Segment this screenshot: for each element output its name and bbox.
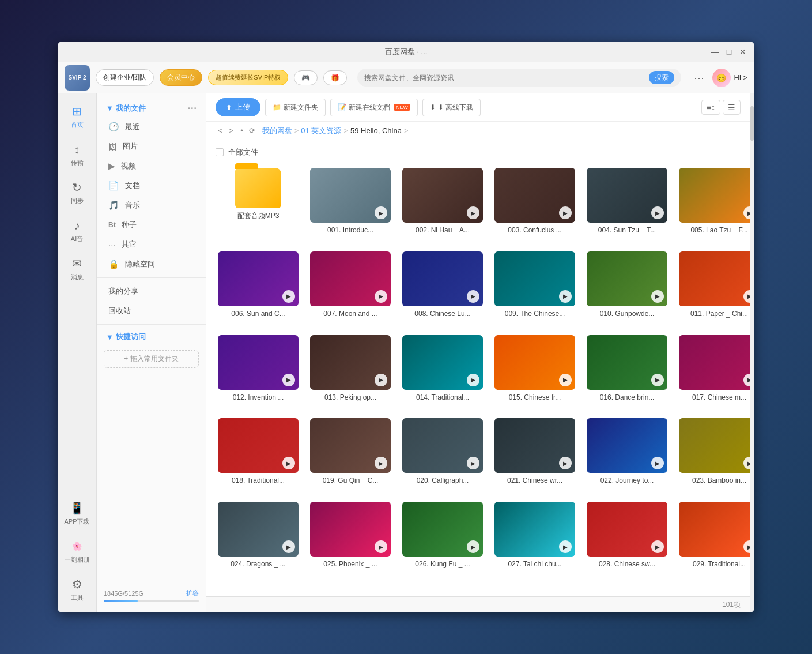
file-name-026: 026. Kung Fu _ ... [415,559,470,569]
create-team-button[interactable]: 创建企业/团队 [96,69,154,86]
file-item-007[interactable]: ▶ 007. Moon and ... [308,247,393,324]
offline-download-label: ⬇ 离线下载 [438,103,473,112]
sidebar-item-sync[interactable]: ↻ 同步 [61,175,94,210]
file-item-021[interactable]: ▶ 021. Chinese wr... [492,414,577,490]
play-icon-026: ▶ [467,540,479,553]
file-item-011[interactable]: ▶ 011. Paper _ Chi... [677,247,750,324]
file-item-010[interactable]: ▶ 010. Gunpowde... [584,247,670,324]
file-item-004[interactable]: ▶ 004. Sun Tzu _ T... [584,163,670,240]
file-item-019[interactable]: ▶ 019. Gu Qin _ C... [308,414,393,490]
avatar-area[interactable]: 😊 Hi > [712,69,747,87]
file-item-026[interactable]: ▶ 026. Kung Fu _ ... [400,497,485,574]
app-download-label: APP下载 [64,517,89,526]
sidebar-item-home[interactable]: ⊞ 首页 [61,99,94,134]
file-item-028[interactable]: ▶ 028. Chinese sw... [584,497,670,574]
new-online-doc-button[interactable]: 📝 新建在线文档 NEW [330,99,418,116]
nav-item-other[interactable]: ··· 其它 [97,235,206,254]
nav-item-images[interactable]: 🖼 图片 [97,137,206,156]
message-icon: ✉ [70,256,85,271]
more-options-button[interactable]: ⋯ [694,72,704,84]
refresh-button[interactable]: ⟳ [249,126,255,135]
video-thumbnail-022: ▶ [587,418,667,473]
sidebar-item-message[interactable]: ✉ 消息 [61,251,94,286]
sidebar-item-transfer[interactable]: ↕ 传输 [61,137,94,172]
new-badge: NEW [394,104,410,111]
gift-button[interactable]: 🎁 [323,70,347,85]
file-item-002[interactable]: ▶ 002. Ni Hau _ A... [400,163,485,240]
nav-other-label: 其它 [122,239,137,250]
nav-item-hidden[interactable]: 🔒 隐藏空间 [97,254,206,274]
ai-icon: ♪ [70,218,85,233]
back-button[interactable]: < [216,125,225,136]
file-name-022: 022. Journey to... [600,476,654,486]
images-icon: 🖼 [108,142,117,152]
file-item-016[interactable]: ▶ 016. Dance brin... [584,330,670,407]
file-item-003[interactable]: ▶ 003. Confucius ... [492,163,577,240]
new-folder-button[interactable]: 📁 新建文件夹 [265,99,326,116]
home-label: 首页 [71,121,84,129]
file-name-008: 008. Chinese Lu... [414,309,470,319]
file-item-024[interactable]: ▶ 024. Dragons _ ... [216,497,301,574]
file-item-006[interactable]: ▶ 006. Sun and C... [216,247,301,324]
app-header: SVIP 2 创建企业/团队 会员中心 超值续费延长SVIP特权 🎮 🎁 搜索 … [58,62,754,93]
file-item-027[interactable]: ▶ 027. Tai chi chu... [492,497,577,574]
sidebar-item-ai[interactable]: ♪ AI音 [61,213,94,248]
sidebar-item-tools[interactable]: ⚙ 工具 [61,572,94,607]
maximize-button[interactable]: □ [724,47,734,57]
svip-promo-button[interactable]: 超值续费延长SVIP特权 [208,70,288,85]
nav-item-docs[interactable]: 📄 文档 [97,176,206,196]
list-view-button[interactable]: ☰ [723,100,741,115]
file-item-014[interactable]: ▶ 014. Traditional... [400,330,485,407]
file-item-001[interactable]: ▶ 001. Introduc... [308,163,393,240]
file-item-022[interactable]: ▶ 022. Journey to... [584,414,670,490]
file-name-007: 007. Moon and ... [323,309,377,319]
upload-button[interactable]: ⬆ 上传 [216,98,260,116]
nav-item-my-share[interactable]: 我的分享 [97,281,206,301]
file-item-020[interactable]: ▶ 020. Calligraph... [400,414,485,490]
breadcrumb-my-disk[interactable]: 我的网盘 [262,126,292,136]
sort-view-button[interactable]: ≡↕ [701,100,720,115]
sidebar-item-photos[interactable]: 🌸 一刻相册 [61,534,94,569]
nav-item-torrent[interactable]: Bt 种子 [97,215,206,235]
folder-thumbnail [235,168,281,208]
file-item-012[interactable]: ▶ 012. Invention ... [216,330,301,407]
close-button[interactable]: ✕ [738,47,747,57]
file-item-025[interactable]: ▶ 025. Phoenix _ ... [308,497,393,574]
nav-item-video[interactable]: ▶ 视频 [97,156,206,176]
search-button[interactable]: 搜索 [649,71,674,84]
file-name-014: 014. Traditional... [416,393,469,403]
play-icon-012: ▶ [282,374,295,386]
file-item-folder-mp3[interactable]: 配套音频MP3 [216,163,301,240]
forward-button[interactable]: > [227,125,236,136]
file-item-013[interactable]: ▶ 013. Peking op... [308,330,393,407]
game-button[interactable]: 🎮 [294,70,318,85]
file-item-008[interactable]: ▶ 008. Chinese Lu... [400,247,485,324]
expand-button[interactable]: 扩容 [186,589,199,597]
file-item-018[interactable]: ▶ 018. Traditional... [216,414,301,490]
breadcrumb-folder-1[interactable]: 01 英文资源 [301,126,341,136]
file-item-023[interactable]: ▶ 023. Bamboo in... [677,414,750,490]
nav-item-recycle[interactable]: 回收站 [97,301,206,321]
offline-download-button[interactable]: ⬇ ⬇ 离线下载 [422,99,481,116]
select-all-checkbox[interactable] [216,148,224,156]
file-item-005[interactable]: ▶ 005. Lao Tzu _ F... [677,163,750,240]
nav-item-recent[interactable]: 🕐 最近 [97,117,206,137]
nav-more-icon[interactable]: ⋯ [187,103,197,114]
nav-item-music[interactable]: 🎵 音乐 [97,196,206,215]
search-input[interactable] [364,74,648,82]
file-item-015[interactable]: ▶ 015. Chinese fr... [492,330,577,407]
sidebar-item-app-download[interactable]: 📱 APP下载 [61,496,94,531]
scrollbar-track[interactable] [750,93,754,612]
scrollbar-thumb[interactable] [750,106,754,141]
file-item-017[interactable]: ▶ 017. Chinese m... [677,330,750,407]
minimize-button[interactable]: — [711,47,720,57]
file-name-015: 015. Chinese fr... [509,393,561,403]
file-item-009[interactable]: ▶ 009. The Chinese... [492,247,577,324]
nav-docs-label: 文档 [125,181,140,191]
nav-recent-label: 最近 [125,122,140,132]
vip-center-button[interactable]: 会员中心 [160,69,202,86]
my-files-section[interactable]: ▼ 我的文件 ⋯ [97,99,206,117]
file-item-029[interactable]: ▶ 029. Traditional... [677,497,750,574]
play-icon-016: ▶ [651,374,664,386]
add-folder-button[interactable]: + 拖入常用文件夹 [104,350,199,368]
